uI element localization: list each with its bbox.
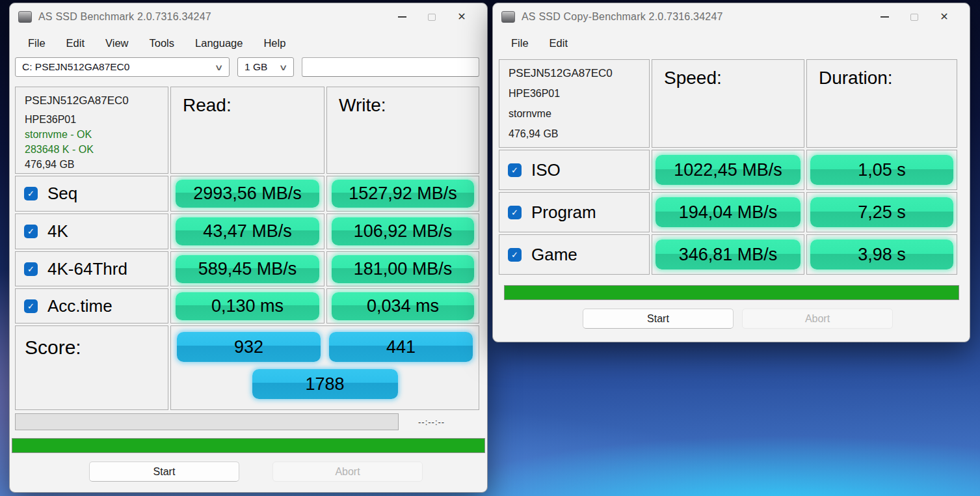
menu-language[interactable]: Language bbox=[195, 37, 243, 49]
check-icon: ✓ bbox=[511, 166, 518, 174]
drive-firmware: HPE36P01 bbox=[25, 114, 164, 126]
iso-speed-value: 1022,45 MB/s bbox=[656, 155, 801, 185]
program-checkbox[interactable]: ✓ bbox=[508, 206, 522, 219]
check-icon: ✓ bbox=[27, 302, 34, 310]
titlebar[interactable]: AS SSD Copy-Benchmark 2.0.7316.34247 ✕ bbox=[493, 3, 970, 31]
menu-edit[interactable]: Edit bbox=[550, 37, 568, 49]
game-duration-value: 3,98 s bbox=[810, 240, 953, 269]
check-icon: ✓ bbox=[511, 208, 518, 217]
start-button[interactable]: Start bbox=[89, 462, 239, 482]
4k-checkbox[interactable]: ✓ bbox=[24, 225, 38, 238]
iso-duration-value: 1,05 s bbox=[810, 155, 953, 185]
check-icon: ✓ bbox=[27, 189, 34, 198]
acctime-read-value: 0,130 ms bbox=[176, 292, 319, 320]
4k64-checkbox[interactable]: ✓ bbox=[24, 262, 38, 276]
maximize-button[interactable] bbox=[417, 7, 447, 27]
titlebar[interactable]: AS SSD Benchmark 2.0.7316.34247 ✕ bbox=[10, 3, 487, 31]
drive-driver: stornvme bbox=[509, 108, 645, 120]
test-size-value: 1 GB bbox=[245, 61, 267, 73]
4k64-write-value: 181,00 MB/s bbox=[332, 255, 474, 283]
menu-file[interactable]: File bbox=[511, 37, 529, 49]
minimize-button[interactable] bbox=[387, 7, 417, 27]
check-icon: ✓ bbox=[27, 265, 34, 273]
abort-button[interactable]: Abort bbox=[272, 462, 423, 482]
acctime-label: Acc.time bbox=[47, 296, 113, 316]
acctime-row-label-cell: ✓ Acc.time bbox=[15, 288, 168, 324]
status-textbox[interactable] bbox=[302, 57, 479, 77]
iso-speed-cell: 1022,45 MB/s bbox=[652, 150, 804, 190]
app-drive-icon bbox=[501, 11, 515, 23]
button-row: Start Abort bbox=[493, 309, 970, 335]
abort-button[interactable]: Abort bbox=[742, 309, 893, 329]
seq-read-cell: 2993,56 MB/s bbox=[170, 176, 324, 212]
score-values-cell: 932 441 1788 bbox=[170, 325, 479, 410]
close-button[interactable]: ✕ bbox=[929, 7, 959, 27]
button-row: Start Abort bbox=[10, 462, 487, 488]
acctime-checkbox[interactable]: ✓ bbox=[24, 299, 38, 313]
time-remaining: --:--:-- bbox=[418, 417, 445, 427]
acctime-write-value: 0,034 ms bbox=[332, 292, 474, 320]
close-button[interactable]: ✕ bbox=[447, 7, 477, 27]
speed-column-header: Speed: bbox=[652, 59, 804, 148]
overall-progress-bar bbox=[504, 285, 959, 300]
4k64-label: 4K-64Thrd bbox=[47, 259, 127, 279]
4k64-row-label-cell: ✓ 4K-64Thrd bbox=[15, 251, 168, 286]
minimize-button[interactable] bbox=[869, 7, 899, 27]
4k64-read-cell: 589,45 MB/s bbox=[170, 251, 324, 286]
drive-info-cell: PSEJN512GA87EC0 HPE36P01 stornvme - OK 2… bbox=[15, 87, 168, 174]
read-column-header: Read: bbox=[170, 87, 324, 174]
benchmark-window: AS SSD Benchmark 2.0.7316.34247 ✕ File E… bbox=[9, 3, 488, 493]
iso-checkbox[interactable]: ✓ bbox=[508, 163, 522, 177]
progress-row: --:--:-- bbox=[15, 413, 487, 430]
seq-checkbox[interactable]: ✓ bbox=[24, 187, 38, 200]
duration-column-header: Duration: bbox=[806, 59, 957, 148]
app-drive-icon bbox=[18, 11, 32, 23]
4k64-write-cell: 181,00 MB/s bbox=[326, 251, 479, 286]
program-speed-cell: 194,04 MB/s bbox=[652, 192, 804, 232]
benchmark-table: PSEJN512GA87EC0 HPE36P01 stornvme - OK 2… bbox=[15, 87, 479, 410]
check-icon: ✓ bbox=[511, 251, 518, 259]
iso-row-label-cell: ✓ ISO bbox=[499, 150, 650, 190]
menu-edit[interactable]: Edit bbox=[66, 37, 85, 49]
program-duration-cell: 7,25 s bbox=[806, 192, 957, 232]
acctime-read-cell: 0,130 ms bbox=[170, 288, 324, 324]
window-title: AS SSD Benchmark 2.0.7316.34247 bbox=[38, 11, 211, 23]
menu-view[interactable]: View bbox=[105, 37, 128, 49]
game-duration-cell: 3,98 s bbox=[806, 234, 957, 275]
4k-read-cell: 43,47 MB/s bbox=[170, 214, 324, 249]
program-speed-value: 194,04 MB/s bbox=[656, 197, 801, 227]
close-icon: ✕ bbox=[457, 12, 466, 22]
drive-firmware: HPE36P01 bbox=[509, 88, 645, 100]
game-speed-cell: 346,81 MB/s bbox=[652, 234, 804, 275]
copy-benchmark-table: PSEJN512GA87EC0 HPE36P01 stornvme 476,94… bbox=[499, 59, 957, 275]
test-size-select[interactable]: 1 GB ∨ bbox=[237, 57, 294, 77]
maximize-icon bbox=[910, 14, 918, 21]
write-column-header: Write: bbox=[326, 87, 479, 174]
menu-file[interactable]: File bbox=[28, 37, 46, 49]
seq-read-value: 2993,56 MB/s bbox=[176, 180, 319, 208]
chevron-down-icon: ∨ bbox=[215, 62, 224, 72]
drive-select[interactable]: C: PSEJN512GA87EC0 ∨ bbox=[15, 57, 230, 77]
minimize-icon bbox=[398, 16, 406, 18]
menu-help[interactable]: Help bbox=[263, 37, 285, 49]
maximize-button[interactable] bbox=[899, 7, 929, 27]
seq-row-label-cell: ✓ Seq bbox=[15, 176, 168, 212]
game-checkbox[interactable]: ✓ bbox=[508, 248, 522, 262]
seq-label: Seq bbox=[47, 184, 77, 204]
seq-write-cell: 1527,92 MB/s bbox=[326, 176, 479, 212]
window-controls: ✕ bbox=[869, 7, 959, 27]
minimize-icon bbox=[881, 16, 889, 18]
window-title: AS SSD Copy-Benchmark 2.0.7316.34247 bbox=[522, 11, 723, 23]
read-score-value: 932 bbox=[177, 332, 321, 362]
start-button[interactable]: Start bbox=[583, 309, 734, 329]
total-score-value: 1788 bbox=[252, 369, 398, 399]
4k-write-value: 106,92 MB/s bbox=[332, 217, 474, 245]
overall-progress-bar bbox=[12, 438, 485, 453]
iso-duration-cell: 1,05 s bbox=[806, 150, 957, 190]
menu-tools[interactable]: Tools bbox=[150, 37, 175, 49]
chevron-down-icon: ∨ bbox=[279, 62, 288, 72]
window-controls: ✕ bbox=[387, 7, 477, 27]
4k-read-value: 43,47 MB/s bbox=[176, 217, 319, 245]
4k-write-cell: 106,92 MB/s bbox=[326, 214, 479, 249]
drive-select-value: C: PSEJN512GA87EC0 bbox=[22, 61, 129, 73]
